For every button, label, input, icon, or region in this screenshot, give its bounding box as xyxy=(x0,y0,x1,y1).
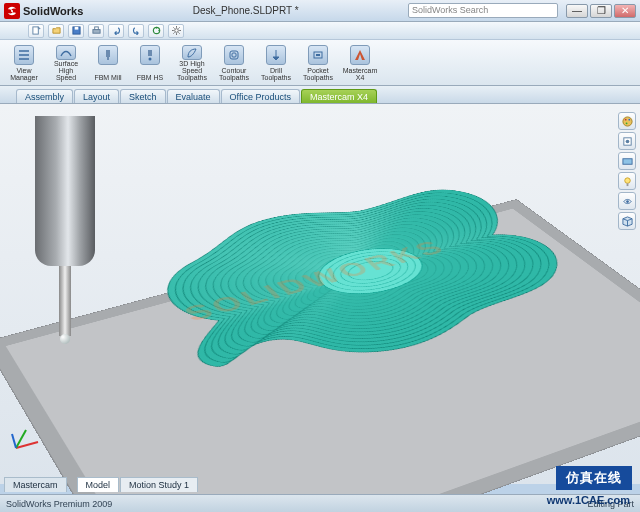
svg-point-6 xyxy=(174,29,178,33)
close-button[interactable]: ✕ xyxy=(614,4,636,18)
list-icon xyxy=(18,49,30,61)
svg-point-9 xyxy=(149,58,152,61)
svg-rect-0 xyxy=(32,27,37,34)
btab-motion-study[interactable]: Motion Study 1 xyxy=(120,477,198,492)
qat-open[interactable] xyxy=(48,24,64,38)
qat-undo[interactable] xyxy=(108,24,124,38)
decal-icon xyxy=(622,136,633,147)
tab-evaluate[interactable]: Evaluate xyxy=(167,89,220,103)
cutting-tool xyxy=(35,116,95,346)
contour-icon xyxy=(228,49,240,61)
tab-office-products[interactable]: Office Products xyxy=(221,89,300,103)
svg-rect-13 xyxy=(316,54,320,56)
ribbon-drill[interactable]: Drill Toolpaths xyxy=(256,42,296,82)
taskpane-display[interactable] xyxy=(618,192,636,210)
ribbon-3d-high-speed[interactable]: 3D High Speed Toolpaths xyxy=(172,42,212,82)
svg-rect-11 xyxy=(232,53,236,57)
svg-rect-4 xyxy=(94,27,98,30)
ribbon-fbm-mill[interactable]: FBM Mill xyxy=(88,42,128,82)
tab-layout[interactable]: Layout xyxy=(74,89,119,103)
quick-access-toolbar xyxy=(0,22,640,40)
title-bar: SolidWorks Desk_Phone.SLDPRT * SolidWork… xyxy=(0,0,640,22)
tab-assembly[interactable]: Assembly xyxy=(16,89,73,103)
tab-sketch[interactable]: Sketch xyxy=(120,89,166,103)
qat-new[interactable] xyxy=(28,24,44,38)
3d-toolpath-icon xyxy=(186,47,198,59)
qat-print[interactable] xyxy=(88,24,104,38)
document-title: Desk_Phone.SLDPRT * xyxy=(83,5,408,16)
ribbon-surface-high-speed[interactable]: Surface High Speed xyxy=(46,42,86,82)
brand-url: www.1CAE.com xyxy=(547,494,630,506)
svg-line-21 xyxy=(12,434,16,448)
solidworks-icon xyxy=(7,6,17,16)
qat-save[interactable] xyxy=(68,24,84,38)
ribbon-fbm-hs[interactable]: FBM HS xyxy=(130,42,170,82)
task-pane xyxy=(618,112,638,230)
pocket-icon xyxy=(312,49,324,61)
btab-model[interactable]: Model xyxy=(77,477,120,492)
taskpane-decals[interactable] xyxy=(618,132,636,150)
mill-icon xyxy=(102,49,114,61)
svg-rect-30 xyxy=(626,183,628,186)
svg-point-29 xyxy=(624,177,630,183)
minimize-button[interactable]: — xyxy=(566,4,588,18)
ribbon-view-manager[interactable]: View Manager xyxy=(4,42,44,82)
palette-icon xyxy=(622,116,633,127)
taskpane-view[interactable] xyxy=(618,212,636,230)
qat-rebuild[interactable] xyxy=(148,24,164,38)
svg-rect-7 xyxy=(106,50,110,57)
ribbon-contour[interactable]: Contour Toolpaths xyxy=(214,42,254,82)
qat-redo[interactable] xyxy=(128,24,144,38)
app-name: SolidWorks xyxy=(23,5,83,17)
svg-point-31 xyxy=(626,200,629,203)
taskpane-scenes[interactable] xyxy=(618,152,636,170)
status-left: SolidWorks Premium 2009 xyxy=(6,499,112,509)
taskpane-lights[interactable] xyxy=(618,172,636,190)
surface-icon xyxy=(60,47,72,59)
ribbon-mastercam[interactable]: Mastercam X4 xyxy=(340,42,380,82)
app-logo xyxy=(4,3,20,19)
display-icon xyxy=(622,196,633,207)
svg-rect-3 xyxy=(92,30,99,34)
mastercam-icon xyxy=(354,49,366,61)
ribbon-pocket[interactable]: Pocket Toolpaths xyxy=(298,42,338,82)
svg-point-22 xyxy=(622,116,631,125)
status-bar: SolidWorks Premium 2009 Editing Part xyxy=(0,494,640,512)
window-controls: — ❐ ✕ xyxy=(566,4,636,18)
search-input[interactable]: SolidWorks Search xyxy=(408,3,558,18)
orientation-triad[interactable] xyxy=(8,420,44,456)
command-tabs: Assembly Layout Sketch Evaluate Office P… xyxy=(0,86,640,104)
tab-mastercam[interactable]: Mastercam X4 xyxy=(301,89,377,103)
svg-rect-2 xyxy=(74,27,78,30)
light-icon xyxy=(622,176,633,187)
svg-point-27 xyxy=(625,139,629,143)
taskpane-appearances[interactable] xyxy=(618,112,636,130)
document-tabs: Mastercam Model Motion Study 1 xyxy=(4,477,199,492)
brand-watermark: 仿真在线 xyxy=(556,466,632,490)
svg-point-25 xyxy=(625,122,627,124)
qat-options[interactable] xyxy=(168,24,184,38)
gear-icon xyxy=(172,26,181,35)
btab-mastercam[interactable]: Mastercam xyxy=(4,477,67,492)
drill-icon xyxy=(270,49,282,61)
svg-rect-8 xyxy=(148,50,152,56)
svg-point-24 xyxy=(628,118,630,120)
ribbon-toolbar: View Manager Surface High Speed FBM Mill… xyxy=(0,40,640,86)
cube-icon xyxy=(622,216,633,227)
svg-rect-10 xyxy=(230,51,238,59)
scene-icon xyxy=(622,156,633,167)
maximize-button[interactable]: ❐ xyxy=(590,4,612,18)
svg-point-23 xyxy=(624,118,626,120)
hs-mill-icon xyxy=(144,49,156,61)
graphics-viewport[interactable]: SOLIDWORKS xyxy=(0,104,640,484)
svg-rect-28 xyxy=(622,158,631,164)
